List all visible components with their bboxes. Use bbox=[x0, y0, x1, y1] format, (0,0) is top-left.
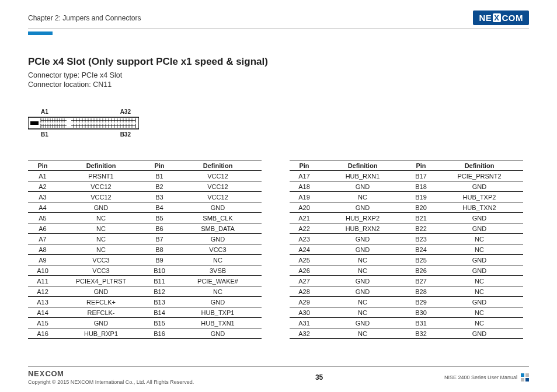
pin-cell: B26 bbox=[406, 265, 436, 276]
pin-cell: B15 bbox=[145, 318, 174, 328]
logo-text-before: NE bbox=[479, 13, 492, 23]
definition-cell: GND bbox=[57, 286, 145, 297]
logo-text-after: COM bbox=[502, 13, 524, 23]
table-row: A6NCB6SMB_DATA bbox=[28, 223, 262, 234]
connector-type: Connector type: PCIe x4 Slot bbox=[28, 71, 529, 79]
pin-cell: A1 bbox=[28, 171, 57, 181]
definition-cell: REFCLK- bbox=[57, 307, 145, 318]
footer-rule bbox=[28, 366, 529, 367]
table-row: A4GNDB4GND bbox=[28, 202, 262, 213]
table-row: A30NCB30NC bbox=[290, 307, 523, 318]
definition-cell: GND bbox=[436, 181, 523, 192]
table-row: A7NCB7GND bbox=[28, 234, 262, 244]
connector-location: Connector location: CN11 bbox=[28, 80, 529, 89]
definition-cell: VCC3 bbox=[57, 265, 145, 276]
pin-cell: A14 bbox=[28, 307, 57, 318]
definition-cell: NC bbox=[57, 223, 145, 234]
definition-cell: NC bbox=[319, 192, 406, 202]
col-pin: Pin bbox=[145, 160, 174, 171]
table-row: A29NCB29GND bbox=[290, 297, 523, 307]
definition-cell: NC bbox=[319, 307, 406, 318]
table-row: A19NCB19HUB_TXP2 bbox=[290, 192, 523, 202]
definition-cell: PRSNT1 bbox=[57, 171, 145, 181]
pin-cell: A17 bbox=[290, 171, 319, 181]
definition-cell: NC bbox=[319, 328, 406, 339]
col-pin: Pin bbox=[290, 160, 319, 171]
footer-deco-icon bbox=[521, 373, 529, 382]
definition-cell: HUB_TXP2 bbox=[436, 192, 523, 202]
manual-name: NISE 2400 Series User Manual bbox=[444, 374, 517, 380]
accent-bar bbox=[28, 32, 53, 35]
col-pin: Pin bbox=[406, 160, 436, 171]
nexcom-footer-logo: NEXCOM bbox=[28, 369, 64, 378]
definition-cell: GND bbox=[319, 276, 406, 286]
definition-cell: PCIE_PRSNT2 bbox=[436, 171, 523, 181]
pin-cell: B5 bbox=[145, 213, 174, 223]
pin-cell: B32 bbox=[406, 328, 436, 339]
nexcom-logo: NEXCOM bbox=[473, 10, 529, 25]
pin-cell: B31 bbox=[406, 318, 436, 328]
table-row: A27GNDB27NC bbox=[290, 276, 523, 286]
definition-cell: VCC12 bbox=[174, 181, 262, 192]
definition-cell: VCC12 bbox=[174, 192, 262, 202]
pin-cell: A21 bbox=[290, 213, 319, 223]
pin-cell: B16 bbox=[145, 328, 174, 339]
definition-cell: NC bbox=[319, 255, 406, 265]
definition-cell: GND bbox=[436, 265, 523, 276]
pin-cell: A27 bbox=[290, 276, 319, 286]
svg-rect-73 bbox=[525, 373, 529, 377]
table-row: A12GNDB12NC bbox=[28, 286, 262, 297]
pin-cell: A25 bbox=[290, 255, 319, 265]
definition-cell: NC bbox=[319, 297, 406, 307]
table-row: A17HUB_RXN1B17PCIE_PRSNT2 bbox=[290, 171, 523, 181]
definition-cell: REFCLK+ bbox=[57, 297, 145, 307]
table-row: A14REFCLK-B14HUB_TXP1 bbox=[28, 307, 262, 318]
pin-table-2: Pin Definition Pin Definition A17HUB_RXN… bbox=[290, 160, 523, 339]
definition-cell: NC bbox=[436, 234, 523, 244]
definition-cell: HUB_TXN1 bbox=[174, 318, 262, 328]
definition-cell: VCC12 bbox=[174, 171, 262, 181]
col-definition: Definition bbox=[174, 160, 262, 171]
pin-cell: B25 bbox=[406, 255, 436, 265]
table-row: A24GNDB24NC bbox=[290, 244, 523, 255]
definition-cell: NC bbox=[174, 255, 262, 265]
pin-cell: A10 bbox=[28, 265, 57, 276]
pin-cell: B12 bbox=[145, 286, 174, 297]
definition-cell: NC bbox=[436, 318, 523, 328]
definition-cell: NC bbox=[436, 276, 523, 286]
pin-cell: B14 bbox=[145, 307, 174, 318]
table-row: A31GNDB31NC bbox=[290, 318, 523, 328]
svg-rect-74 bbox=[521, 378, 524, 382]
definition-cell: HUB_RXP1 bbox=[57, 328, 145, 339]
table-row: A16HUB_RXP1B16GND bbox=[28, 328, 262, 339]
pin-cell: B30 bbox=[406, 307, 436, 318]
svg-rect-72 bbox=[521, 373, 524, 377]
definition-cell: HUB_RXP2 bbox=[319, 213, 406, 223]
diagram-label-a1: A1 bbox=[41, 108, 48, 115]
diagram-label-b32: B32 bbox=[120, 131, 131, 138]
table-row: A23GNDB23NC bbox=[290, 234, 523, 244]
pin-cell: A19 bbox=[290, 192, 319, 202]
table-row: A20GNDB20HUB_TXN2 bbox=[290, 202, 523, 213]
definition-cell: NC bbox=[57, 234, 145, 244]
header-rule bbox=[28, 29, 529, 29]
definition-cell: GND bbox=[174, 328, 262, 339]
definition-cell: GND bbox=[436, 213, 523, 223]
definition-cell: PCIEX4_PLTRST bbox=[57, 276, 145, 286]
definition-cell: NC bbox=[436, 244, 523, 255]
pin-cell: A28 bbox=[290, 286, 319, 297]
table-row: A15GNDB15HUB_TXN1 bbox=[28, 318, 262, 328]
pin-cell: A22 bbox=[290, 223, 319, 234]
pin-cell: B8 bbox=[145, 244, 174, 255]
pin-cell: A6 bbox=[28, 223, 57, 234]
definition-cell: GND bbox=[319, 244, 406, 255]
definition-cell: VCC3 bbox=[174, 244, 262, 255]
table-row: A2VCC12B2VCC12 bbox=[28, 181, 262, 192]
table-row: A8NCB8VCC3 bbox=[28, 244, 262, 255]
definition-cell: NC bbox=[436, 307, 523, 318]
table-row: A28GNDB28NC bbox=[290, 286, 523, 297]
definition-cell: VCC12 bbox=[57, 192, 145, 202]
pin-cell: B4 bbox=[145, 202, 174, 213]
table-row: A10VCC3B103VSB bbox=[28, 265, 262, 276]
pin-cell: A31 bbox=[290, 318, 319, 328]
